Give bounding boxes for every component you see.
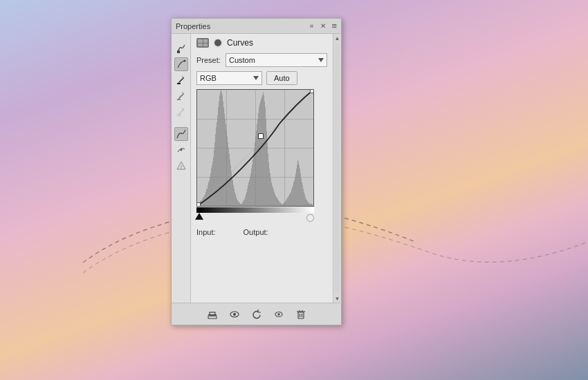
svg-rect-2	[177, 83, 181, 84]
main-content: Curves Preset: Custom Default Color Nega…	[191, 34, 333, 303]
corner-handle-bl[interactable]	[196, 202, 201, 207]
svg-rect-0	[177, 50, 180, 53]
io-row: Input: Output:	[196, 228, 327, 236]
adjustment-layer-icon	[213, 38, 223, 48]
preset-select[interactable]: Custom Default Color Negative Cross Proc…	[226, 53, 327, 67]
output-label: Output:	[244, 228, 268, 236]
warning-tool[interactable]: !	[174, 159, 188, 173]
handles-row	[196, 213, 314, 222]
svg-point-1	[183, 60, 185, 62]
curves-section-header: Curves	[196, 38, 327, 48]
svg-point-13	[233, 313, 236, 316]
properties-panel: Properties « ✕ ≡	[171, 18, 342, 325]
svg-point-15	[277, 313, 280, 316]
curves-canvas[interactable]	[196, 89, 314, 207]
curves-graph-container	[196, 89, 327, 222]
previous-state-button[interactable]	[270, 307, 287, 322]
scroll-down-arrow[interactable]: ▼	[333, 294, 341, 303]
curves-section-label: Curves	[227, 38, 253, 48]
gradient-bar	[196, 207, 314, 213]
channel-row: RGB Red Green Blue Auto	[196, 71, 327, 85]
curves-section-icon	[196, 38, 209, 48]
svg-rect-16	[298, 312, 304, 319]
corner-handle-tr[interactable]	[310, 89, 314, 93]
svg-rect-4	[177, 115, 181, 116]
curves-display-mode[interactable]	[174, 127, 188, 141]
svg-rect-10	[210, 312, 215, 316]
hamburger-menu[interactable]: ≡	[331, 21, 337, 31]
panel-body: ! Curves Preset:	[172, 34, 341, 303]
input-label: Input:	[196, 228, 216, 236]
curves-svg	[197, 90, 313, 206]
collapse-button[interactable]: «	[309, 22, 315, 30]
delete-button[interactable]	[293, 307, 309, 322]
svg-rect-3	[177, 99, 181, 100]
curve-control-point[interactable]	[258, 133, 264, 139]
svg-rect-11	[208, 316, 217, 319]
white-point-handle[interactable]	[306, 214, 314, 222]
smooth-curves-tool[interactable]	[174, 143, 188, 157]
left-toolbar: !	[172, 34, 191, 303]
visibility-toggle-button[interactable]	[226, 307, 243, 322]
auto-button[interactable]: Auto	[266, 71, 297, 85]
clip-to-layer-button[interactable]	[204, 307, 221, 322]
title-bar-right: « ✕ ≡	[309, 21, 337, 31]
close-button[interactable]: ✕	[319, 22, 327, 30]
preset-row: Preset: Custom Default Color Negative Cr…	[196, 53, 327, 67]
svg-point-5	[181, 149, 182, 151]
channel-select[interactable]: RGB Red Green Blue	[196, 71, 262, 85]
title-bar-left: Properties	[176, 22, 210, 30]
eyedropper-shadow[interactable]	[174, 73, 188, 87]
svg-text:!: !	[181, 164, 182, 169]
right-scrollbar[interactable]: ▲ ▼	[333, 34, 341, 303]
black-point-handle[interactable]	[195, 213, 203, 220]
draw-curves-tool[interactable]	[174, 57, 188, 71]
scroll-up-arrow[interactable]: ▲	[333, 34, 341, 42]
panel-title: Properties	[176, 22, 210, 30]
title-bar: Properties « ✕ ≡	[172, 19, 341, 34]
eyedropper-highlight[interactable]	[174, 105, 188, 119]
edit-curves-tool[interactable]	[174, 41, 188, 55]
eyedropper-midtone[interactable]	[174, 89, 188, 103]
svg-line-8	[197, 90, 313, 206]
bottom-toolbar	[172, 303, 341, 325]
preset-label: Preset:	[196, 56, 221, 64]
reset-button[interactable]	[248, 307, 265, 322]
scroll-track[interactable]	[335, 44, 340, 293]
spacer	[196, 240, 327, 298]
